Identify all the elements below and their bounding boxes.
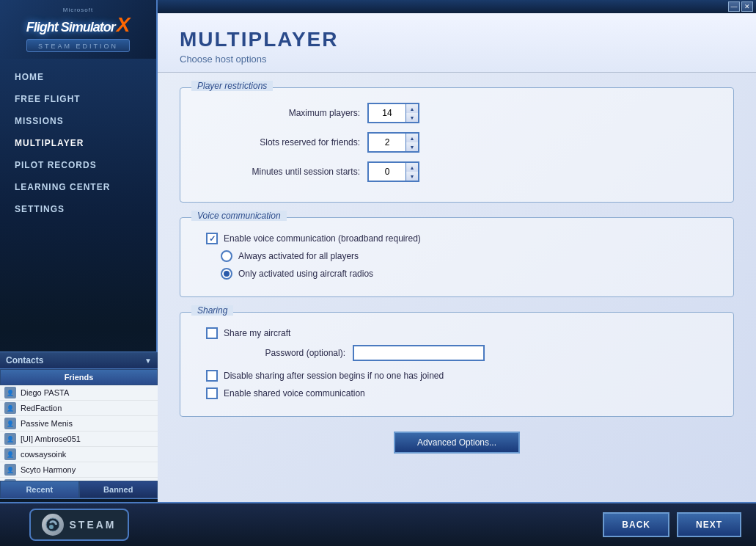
sidebar-item-multiplayer[interactable]: MULTIPLAYER bbox=[0, 132, 156, 154]
slots-friends-input[interactable] bbox=[369, 134, 405, 151]
contact-name: Passive Menis bbox=[21, 419, 73, 428]
minutes-row: Minutes until session starts: ▲ ▼ bbox=[199, 161, 715, 182]
contacts-list: 👤 Diego PASTA 👤 RedFaction 👤 Passive Men… bbox=[0, 385, 158, 481]
svg-point-1 bbox=[49, 525, 54, 529]
max-players-up-button[interactable]: ▲ bbox=[406, 104, 418, 113]
enable-voice-checkbox[interactable] bbox=[206, 233, 218, 244]
enable-voice-row: Enable voice communication (broadband re… bbox=[206, 233, 715, 244]
enable-shared-voice-row: Enable shared voice communication bbox=[206, 387, 715, 399]
player-restrictions-section: Player restrictions Maximum players: ▲ ▼… bbox=[180, 87, 734, 203]
logo: Microsoft Flight Simulator X STEAM EDITI… bbox=[26, 7, 131, 52]
sidebar-item-learning-center[interactable]: LEARNING CENTER bbox=[0, 176, 156, 198]
enable-shared-voice-checkbox[interactable] bbox=[206, 387, 218, 399]
contact-item[interactable]: 👤 Darude - Dogestorm bbox=[0, 478, 158, 481]
slots-friends-input-group[interactable]: ▲ ▼ bbox=[367, 132, 419, 153]
slots-friends-label: Slots reserved for friends: bbox=[199, 137, 360, 148]
contact-item[interactable]: 👤 Passive Menis bbox=[0, 416, 158, 432]
slots-friends-spinners: ▲ ▼ bbox=[405, 134, 418, 151]
max-players-row: Maximum players: ▲ ▼ bbox=[199, 103, 715, 123]
sharing-label: Sharing bbox=[191, 305, 233, 316]
logo-x: X bbox=[117, 13, 131, 37]
password-row: Password (optional): bbox=[228, 345, 715, 361]
contacts-title: Contacts bbox=[6, 355, 43, 365]
logo-area: Microsoft Flight Simulator X STEAM EDITI… bbox=[0, 0, 156, 59]
contact-name: RedFaction bbox=[21, 404, 62, 412]
contact-avatar: 👤 bbox=[4, 479, 16, 481]
contact-item[interactable]: 👤 [UI] Ambrose051 bbox=[0, 432, 158, 447]
logo-ms: Microsoft bbox=[26, 7, 131, 13]
svg-point-0 bbox=[46, 518, 59, 531]
advanced-options-button[interactable]: Advanced Options... bbox=[394, 432, 520, 454]
contact-avatar: 👤 bbox=[4, 402, 16, 414]
enable-shared-voice-label: Enable shared voice communication bbox=[224, 388, 365, 398]
page-body: Player restrictions Maximum players: ▲ ▼… bbox=[158, 73, 756, 476]
contacts-panel: Contacts ▼ Friends 👤 Diego PASTA 👤 RedFa… bbox=[0, 352, 158, 498]
contacts-collapse-icon: ▼ bbox=[144, 357, 152, 365]
voice-communication-section: Voice communication Enable voice communi… bbox=[180, 217, 734, 297]
slots-friends-up-button[interactable]: ▲ bbox=[406, 134, 418, 142]
voice-communication-label: Voice communication bbox=[191, 211, 287, 221]
sidebar: Microsoft Flight Simulator X STEAM EDITI… bbox=[0, 0, 158, 546]
back-button[interactable]: BACK bbox=[603, 512, 669, 537]
page-header: MULTIPLAYER Choose host options bbox=[158, 13, 756, 73]
next-button[interactable]: NEXT bbox=[677, 512, 741, 537]
player-restrictions-label: Player restrictions bbox=[191, 81, 273, 91]
contact-item[interactable]: 👤 Scyto Harmony bbox=[0, 462, 158, 478]
share-aircraft-checkbox[interactable] bbox=[206, 327, 218, 339]
contact-name: Scyto Harmony bbox=[21, 465, 76, 474]
minimize-button[interactable]: — bbox=[728, 1, 740, 12]
minutes-up-button[interactable]: ▲ bbox=[406, 163, 418, 172]
contact-name: [UI] Ambrose051 bbox=[21, 434, 81, 443]
max-players-spinners: ▲ ▼ bbox=[405, 104, 418, 122]
always-activated-label: Always activated for all players bbox=[238, 251, 359, 261]
minutes-label: Minutes until session starts: bbox=[199, 167, 360, 177]
sidebar-item-pilot-records[interactable]: PILOT RECORDS bbox=[0, 154, 156, 176]
max-players-input[interactable] bbox=[369, 104, 405, 122]
always-activated-row: Always activated for all players bbox=[221, 250, 715, 262]
disable-sharing-checkbox[interactable] bbox=[206, 370, 218, 382]
logo-fsx: Flight Simulator bbox=[26, 20, 115, 35]
slots-friends-row: Slots reserved for friends: ▲ ▼ bbox=[199, 132, 715, 153]
disable-sharing-row: Disable sharing after session begins if … bbox=[206, 370, 715, 382]
steam-badge: STEAM bbox=[29, 509, 129, 541]
contact-item[interactable]: 👤 Diego PASTA bbox=[0, 385, 158, 401]
disable-sharing-label: Disable sharing after session begins if … bbox=[224, 371, 444, 381]
bottom-bar: STEAM BACK NEXT bbox=[0, 502, 756, 546]
minutes-input[interactable] bbox=[369, 163, 405, 181]
steam-text: STEAM bbox=[70, 519, 117, 531]
contacts-header[interactable]: Contacts ▼ bbox=[0, 352, 158, 369]
minutes-down-button[interactable]: ▼ bbox=[406, 172, 418, 181]
contacts-tab-recent[interactable]: Recent bbox=[0, 481, 79, 498]
contacts-tab-banned[interactable]: Banned bbox=[79, 481, 158, 498]
contact-avatar: 👤 bbox=[4, 418, 16, 429]
minutes-input-group[interactable]: ▲ ▼ bbox=[367, 161, 419, 182]
only-aircraft-radios-label: Only activated using aircraft radios bbox=[238, 269, 373, 279]
max-players-input-group[interactable]: ▲ ▼ bbox=[367, 103, 419, 123]
contact-item[interactable]: 👤 RedFaction bbox=[0, 401, 158, 416]
contacts-tab-friends[interactable]: Friends bbox=[0, 369, 158, 385]
password-input[interactable] bbox=[353, 345, 485, 361]
slots-friends-down-button[interactable]: ▼ bbox=[406, 142, 418, 151]
logo-steam: STEAM EDITION bbox=[33, 43, 124, 50]
voice-communication-content: Enable voice communication (broadband re… bbox=[180, 218, 733, 296]
contact-avatar: 👤 bbox=[4, 448, 16, 460]
sidebar-item-home[interactable]: HOME bbox=[0, 66, 156, 88]
only-aircraft-radios-radio[interactable] bbox=[221, 268, 232, 280]
contact-name: cowsaysoink bbox=[21, 450, 66, 459]
share-aircraft-label: Share my aircraft bbox=[224, 328, 290, 338]
contact-item[interactable]: 👤 cowsaysoink bbox=[0, 447, 158, 462]
contact-name: Diego PASTA bbox=[21, 388, 69, 397]
main-content: MULTIPLAYER Choose host options Player r… bbox=[158, 13, 756, 502]
close-button[interactable]: ✕ bbox=[741, 1, 753, 12]
sharing-content: Share my aircraft Password (optional): D… bbox=[180, 313, 733, 416]
page-subtitle: Choose host options bbox=[180, 54, 734, 65]
sidebar-item-settings[interactable]: SETTINGS bbox=[0, 198, 156, 220]
enable-voice-label: Enable voice communication (broadband re… bbox=[224, 233, 421, 244]
max-players-down-button[interactable]: ▼ bbox=[406, 113, 418, 122]
sidebar-item-missions[interactable]: MISSIONS bbox=[0, 110, 156, 132]
player-restrictions-content: Maximum players: ▲ ▼ Slots reserved for … bbox=[180, 88, 733, 202]
nav-menu: HOME FREE FLIGHT MISSIONS MULTIPLAYER PI… bbox=[0, 59, 156, 228]
sidebar-item-free-flight[interactable]: FREE FLIGHT bbox=[0, 88, 156, 110]
always-activated-radio[interactable] bbox=[221, 250, 232, 262]
logo-badge: STEAM EDITION bbox=[26, 39, 131, 52]
